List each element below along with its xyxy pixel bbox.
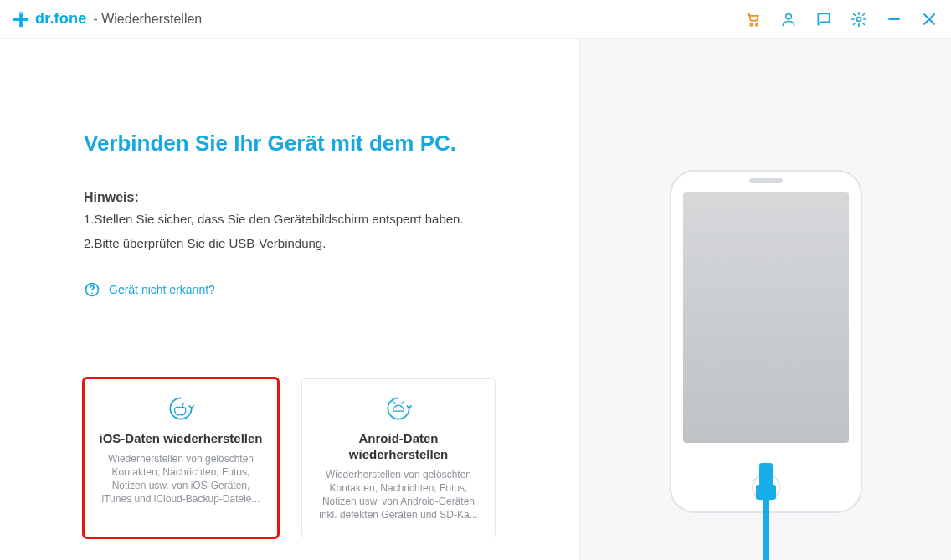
- close-icon[interactable]: [921, 11, 938, 28]
- svg-rect-1: [13, 18, 28, 21]
- feedback-icon[interactable]: [815, 11, 832, 28]
- page-title: Verbinden Sie Ihr Gerät mit dem PC.: [84, 131, 496, 157]
- logo-mark-icon: [12, 10, 30, 28]
- app-mode: - Wiederherstellen: [93, 12, 202, 27]
- card-ios-desc: Wiederherstellen von gelöschten Kontakte…: [96, 452, 265, 506]
- cart-icon[interactable]: [745, 11, 762, 28]
- titlebar: dr.fone - Wiederherstellen: [0, 0, 951, 39]
- hint-label: Hinweis:: [84, 190, 496, 205]
- phone-speaker: [749, 178, 783, 183]
- phone-illustration: [640, 91, 892, 560]
- help-icon: [84, 281, 100, 298]
- svg-point-13: [388, 398, 409, 419]
- android-restore-icon: [314, 391, 483, 426]
- recovery-cards: iOS-Daten wiederherstellen Wiederherstel…: [84, 378, 496, 537]
- right-panel: [579, 39, 951, 560]
- settings-icon[interactable]: [851, 11, 867, 28]
- svg-point-6: [857, 17, 861, 21]
- phone-screen: [683, 192, 849, 443]
- svg-point-14: [396, 407, 398, 408]
- svg-point-11: [91, 292, 93, 294]
- svg-point-5: [786, 13, 792, 19]
- svg-rect-2: [19, 11, 23, 13]
- hint-line-2: 2.Bitte überprüfen Sie die USB-Verbindun…: [84, 234, 496, 254]
- account-icon[interactable]: [780, 11, 797, 28]
- card-ios-title: iOS-Daten wiederherstellen: [96, 431, 265, 447]
- titlebar-actions: [745, 11, 943, 28]
- hint-line-1: 1.Stellen Sie sicher, dass Sie den Gerät…: [84, 210, 496, 229]
- hint-block: Hinweis: 1.Stellen Sie sicher, dass Sie …: [84, 190, 496, 253]
- usb-cable-icon: [758, 463, 774, 560]
- svg-point-12: [170, 398, 191, 419]
- apple-restore-icon: [96, 391, 265, 426]
- svg-point-15: [400, 407, 402, 408]
- card-android-recover[interactable]: Anroid-Daten wiederherstellen Wiederhers…: [301, 378, 496, 537]
- svg-point-3: [750, 23, 753, 25]
- app-logo: dr.fone: [12, 10, 86, 28]
- svg-point-4: [756, 23, 758, 25]
- left-panel: Verbinden Sie Ihr Gerät mit dem PC. Hinw…: [0, 39, 579, 560]
- minimize-icon[interactable]: [886, 11, 902, 28]
- device-not-detected[interactable]: Gerät nicht erkannt?: [84, 281, 496, 298]
- phone-outline: [670, 170, 862, 513]
- card-android-title: Anroid-Daten wiederherstellen: [314, 431, 483, 463]
- card-ios-recover[interactable]: iOS-Daten wiederherstellen Wiederherstel…: [84, 378, 278, 537]
- app-brand-text: dr.fone: [35, 10, 86, 28]
- device-not-detected-link[interactable]: Gerät nicht erkannt?: [109, 283, 215, 296]
- content-area: Verbinden Sie Ihr Gerät mit dem PC. Hinw…: [0, 39, 951, 560]
- card-android-desc: Wiederherstellen von gelöschten Kontakte…: [314, 468, 483, 522]
